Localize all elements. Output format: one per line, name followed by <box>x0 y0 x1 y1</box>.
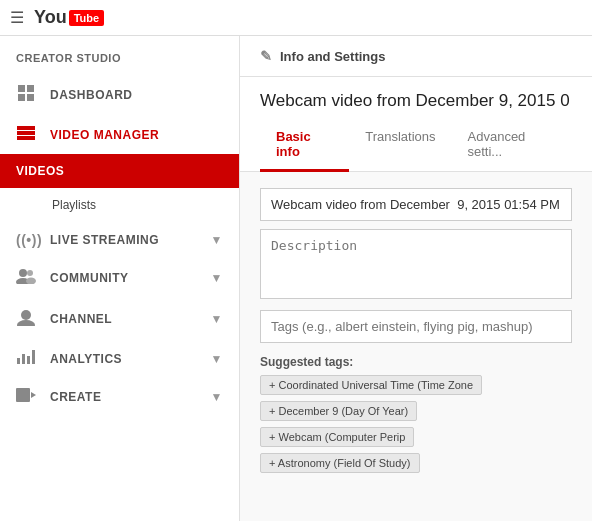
sidebar-item-community[interactable]: COMMUNITY ▼ <box>0 258 239 298</box>
community-icon <box>16 268 36 288</box>
video-manager-icon <box>16 126 36 144</box>
tab-advanced-settings[interactable]: Advanced setti... <box>452 119 572 172</box>
tabs-bar: Basic info Translations Advanced setti..… <box>240 119 592 172</box>
sidebar-item-channel[interactable]: CHANNEL ▼ <box>0 298 239 340</box>
channel-chevron: ▼ <box>211 312 223 326</box>
dashboard-icon <box>16 84 36 106</box>
svg-point-12 <box>17 320 35 326</box>
create-chevron: ▼ <box>211 390 223 404</box>
live-streaming-icon: ((•)) <box>16 232 36 248</box>
create-icon <box>16 388 36 406</box>
suggested-tags-row: Suggested tags: + Coordinated Universal … <box>260 355 572 473</box>
title-input[interactable] <box>260 188 572 221</box>
pencil-icon: ✎ <box>260 48 272 64</box>
svg-rect-4 <box>17 126 35 130</box>
main-content: ✎ Info and Settings Webcam video from De… <box>240 36 592 521</box>
sidebar-item-dashboard[interactable]: DASHBOARD <box>0 74 239 116</box>
svg-rect-16 <box>32 350 35 364</box>
youtube-logo-box: Tube <box>69 10 104 26</box>
sidebar-item-playlists-label: Playlists <box>52 198 96 212</box>
svg-rect-0 <box>18 85 25 92</box>
tag-badge-1[interactable]: + December 9 (Day Of Year) <box>260 401 417 421</box>
svg-rect-3 <box>27 94 34 101</box>
tab-basic-info[interactable]: Basic info <box>260 119 349 172</box>
sidebar-item-dashboard-label: DASHBOARD <box>50 88 133 102</box>
form-area: Suggested tags: + Coordinated Universal … <box>240 172 592 489</box>
sidebar-item-community-label: COMMUNITY <box>50 271 129 285</box>
sidebar: CREATOR STUDIO DASHBOARD <box>0 36 240 521</box>
youtube-logo-text: You <box>34 7 67 28</box>
svg-rect-15 <box>27 356 30 364</box>
community-chevron: ▼ <box>211 271 223 285</box>
analytics-icon <box>16 350 36 368</box>
sidebar-item-analytics[interactable]: ANALYTICS ▼ <box>0 340 239 378</box>
sidebar-item-video-manager[interactable]: VIDEO MANAGER <box>0 116 239 154</box>
sidebar-item-create-label: CREATE <box>50 390 101 404</box>
svg-rect-1 <box>27 85 34 92</box>
sidebar-title: CREATOR STUDIO <box>0 36 239 74</box>
sidebar-item-live-streaming-label: LIVE STREAMING <box>50 233 159 247</box>
info-settings-label: Info and Settings <box>280 49 385 64</box>
svg-point-8 <box>27 270 33 276</box>
sidebar-item-channel-label: CHANNEL <box>50 312 112 326</box>
svg-rect-17 <box>16 388 30 402</box>
sidebar-item-videos[interactable]: Videos <box>0 154 239 188</box>
suggested-tags-label: Suggested tags: <box>260 355 353 369</box>
svg-point-7 <box>19 269 27 277</box>
info-settings-bar: ✎ Info and Settings <box>240 36 592 77</box>
youtube-logo: You Tube <box>34 7 104 28</box>
svg-rect-5 <box>17 131 35 135</box>
svg-rect-6 <box>17 136 35 140</box>
sidebar-item-video-manager-label: VIDEO MANAGER <box>50 128 159 142</box>
tag-badge-2[interactable]: + Webcam (Computer Perip <box>260 427 414 447</box>
tag-badge-0[interactable]: + Coordinated Universal Time (Time Zone <box>260 375 482 395</box>
svg-point-10 <box>26 278 36 285</box>
svg-rect-13 <box>17 358 20 364</box>
video-title-bar: Webcam video from December 9, 2015 0 <box>240 77 592 119</box>
svg-marker-18 <box>31 392 36 398</box>
live-streaming-chevron: ▼ <box>211 233 223 247</box>
sidebar-item-playlists[interactable]: Playlists <box>0 188 239 222</box>
svg-rect-14 <box>22 354 25 364</box>
sidebar-item-analytics-label: ANALYTICS <box>50 352 122 366</box>
video-title: Webcam video from December 9, 2015 0 <box>260 91 572 111</box>
analytics-chevron: ▼ <box>211 352 223 366</box>
description-textarea[interactable] <box>260 229 572 299</box>
tag-badge-3[interactable]: + Astronomy (Field Of Study) <box>260 453 420 473</box>
svg-point-11 <box>21 310 31 320</box>
svg-rect-2 <box>18 94 25 101</box>
sidebar-item-videos-label: Videos <box>16 164 64 178</box>
hamburger-icon[interactable]: ☰ <box>10 8 24 27</box>
tags-input[interactable] <box>260 310 572 343</box>
channel-icon <box>16 308 36 330</box>
sidebar-item-create[interactable]: CREATE ▼ <box>0 378 239 416</box>
sidebar-item-live-streaming[interactable]: ((•)) LIVE STREAMING ▼ <box>0 222 239 258</box>
tab-translations[interactable]: Translations <box>349 119 451 172</box>
